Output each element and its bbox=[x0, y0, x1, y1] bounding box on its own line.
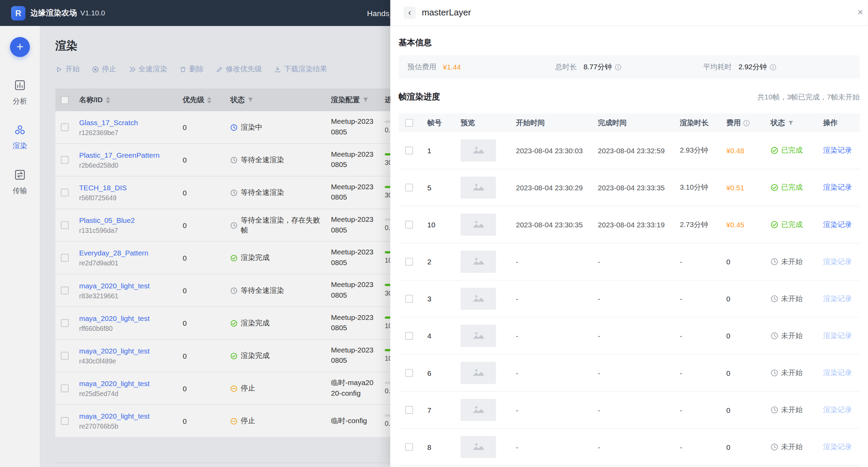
frame-end-time: - bbox=[591, 443, 673, 451]
frame-status: 未开始 bbox=[764, 294, 817, 304]
frame-action-cell: 渲染记录 bbox=[817, 182, 860, 192]
check-circle-icon bbox=[771, 147, 778, 155]
frame-table-row[interactable]: 10 2023-08-04 23:30:35 2023-08-04 23:33:… bbox=[399, 206, 860, 243]
frame-action-cell: 渲染记录 bbox=[817, 257, 860, 267]
frame-duration: - bbox=[673, 332, 720, 340]
image-placeholder-icon bbox=[471, 256, 485, 267]
frame-number: 7 bbox=[421, 406, 454, 414]
basic-info-title: 基本信息 bbox=[399, 38, 860, 48]
frame-preview-thumbnail[interactable] bbox=[460, 362, 496, 384]
frame-preview-cell bbox=[454, 325, 509, 347]
frame-status-text: 已完成 bbox=[781, 182, 803, 192]
col-duration: 渲染时长 bbox=[673, 118, 720, 128]
frame-duration: 2.73分钟 bbox=[673, 220, 720, 230]
frame-table-row[interactable]: 8 - - - 0 未开始 渲染记录 bbox=[399, 429, 860, 466]
app-window: R 边缘渲染农场 V1.10.0 Hands_ + 分析 渲染 传输 渲染 bbox=[0, 0, 868, 467]
frame-start-time: - bbox=[509, 406, 591, 414]
frame-preview-thumbnail[interactable] bbox=[460, 436, 496, 458]
render-log-link[interactable]: 渲染记录 bbox=[823, 442, 852, 452]
frame-cost: 0 bbox=[720, 295, 764, 303]
info-circle-icon[interactable] bbox=[743, 119, 750, 127]
frame-table-row[interactable]: 4 - - - 0 未开始 渲染记录 bbox=[399, 318, 860, 355]
frame-checkbox[interactable] bbox=[405, 221, 413, 229]
render-log-link[interactable]: 渲染记录 bbox=[823, 182, 852, 192]
frame-table-row[interactable]: 2 - - - 0 未开始 渲染记录 bbox=[399, 243, 860, 280]
frame-start-time: - bbox=[509, 295, 591, 303]
frame-checkbox[interactable] bbox=[405, 369, 413, 377]
info-circle-icon[interactable] bbox=[614, 63, 622, 71]
image-placeholder-icon bbox=[471, 293, 485, 304]
frame-preview-thumbnail[interactable] bbox=[460, 325, 496, 347]
frame-table-row[interactable]: 7 - - - 0 未开始 渲染记录 bbox=[399, 392, 860, 429]
image-placeholder-icon bbox=[471, 367, 485, 379]
frame-preview-thumbnail[interactable] bbox=[460, 399, 496, 421]
image-placeholder-icon bbox=[471, 145, 485, 156]
render-log-link[interactable]: 渲染记录 bbox=[823, 405, 852, 415]
frame-status-text: 未开始 bbox=[781, 405, 803, 415]
render-log-link[interactable]: 渲染记录 bbox=[823, 368, 852, 378]
select-all-frames-checkbox[interactable] bbox=[405, 119, 413, 127]
clock-icon bbox=[771, 406, 778, 414]
frame-end-time: - bbox=[591, 406, 673, 414]
check-circle-icon bbox=[771, 184, 778, 192]
render-log-link[interactable]: 渲染记录 bbox=[823, 145, 852, 155]
frame-preview-cell bbox=[454, 288, 509, 310]
frame-status: 已完成 bbox=[764, 220, 817, 230]
frame-preview-thumbnail[interactable] bbox=[460, 177, 496, 199]
frame-table-row[interactable]: 5 2023-08-04 23:30:29 2023-08-04 23:33:3… bbox=[399, 169, 860, 206]
image-placeholder-icon bbox=[471, 330, 485, 342]
frame-number: 2 bbox=[421, 258, 454, 266]
frame-checkbox[interactable] bbox=[405, 295, 413, 303]
frame-action-cell: 渲染记录 bbox=[817, 294, 860, 304]
frame-status: 未开始 bbox=[764, 405, 817, 415]
frame-checkbox[interactable] bbox=[405, 443, 413, 451]
frame-preview-thumbnail[interactable] bbox=[460, 288, 496, 310]
frame-status: 未开始 bbox=[764, 331, 817, 341]
frame-end-time: - bbox=[591, 295, 673, 303]
render-log-link[interactable]: 渲染记录 bbox=[823, 294, 852, 304]
info-circle-icon[interactable] bbox=[770, 63, 777, 71]
check-circle-icon bbox=[771, 221, 778, 229]
frame-checkbox[interactable] bbox=[405, 184, 413, 192]
frame-checkbox[interactable] bbox=[405, 332, 413, 340]
frame-preview-cell bbox=[454, 177, 509, 199]
render-log-link[interactable]: 渲染记录 bbox=[823, 257, 852, 267]
frame-start-time: - bbox=[509, 443, 591, 451]
frame-end-time: 2023-08-04 23:32:59 bbox=[591, 146, 673, 155]
frame-cost: 0 bbox=[720, 406, 764, 414]
filter-icon[interactable] bbox=[788, 120, 794, 126]
close-icon[interactable]: × bbox=[857, 7, 863, 18]
frames-table-header: 帧号 预览 开始时间 完成时间 渲染时长 费用 状态 操作 bbox=[399, 113, 860, 132]
render-log-link[interactable]: 渲染记录 bbox=[823, 220, 852, 230]
frame-duration: - bbox=[673, 443, 720, 451]
total-duration-value: 8.77分钟 bbox=[584, 62, 612, 72]
frame-checkbox[interactable] bbox=[405, 406, 413, 414]
col-frame-status[interactable]: 状态 bbox=[764, 118, 817, 128]
frame-number: 8 bbox=[421, 443, 454, 451]
frame-table-row[interactable]: 6 - - - 0 未开始 渲染记录 bbox=[399, 355, 860, 392]
frame-duration: - bbox=[673, 369, 720, 377]
frame-checkbox-cell bbox=[399, 406, 421, 414]
image-placeholder-icon bbox=[471, 182, 485, 193]
frame-checkbox[interactable] bbox=[405, 258, 413, 266]
frame-start-time: - bbox=[509, 258, 591, 266]
clock-icon bbox=[771, 369, 778, 377]
render-log-link[interactable]: 渲染记录 bbox=[823, 331, 852, 341]
frames-title: 帧渲染进度 bbox=[399, 92, 440, 103]
frame-preview-thumbnail[interactable] bbox=[460, 251, 496, 273]
frame-checkbox-cell bbox=[399, 332, 421, 340]
frame-checkbox-cell bbox=[399, 295, 421, 303]
frame-cost: ¥0.51 bbox=[720, 183, 764, 192]
frame-checkbox[interactable] bbox=[405, 147, 413, 155]
clock-icon bbox=[771, 332, 778, 340]
frame-preview-cell bbox=[454, 214, 509, 236]
col-action: 操作 bbox=[817, 118, 860, 128]
frame-preview-thumbnail[interactable] bbox=[460, 214, 496, 236]
frame-table-row[interactable]: 1 2023-08-04 23:30:03 2023-08-04 23:32:5… bbox=[399, 132, 860, 169]
frame-number: 5 bbox=[421, 183, 454, 192]
frame-preview-thumbnail[interactable] bbox=[460, 140, 496, 162]
frame-status: 未开始 bbox=[764, 257, 817, 267]
frame-table-row[interactable]: 3 - - - 0 未开始 渲染记录 bbox=[399, 280, 860, 318]
frame-number: 1 bbox=[421, 146, 454, 155]
back-button[interactable]: ‹ bbox=[403, 7, 415, 19]
